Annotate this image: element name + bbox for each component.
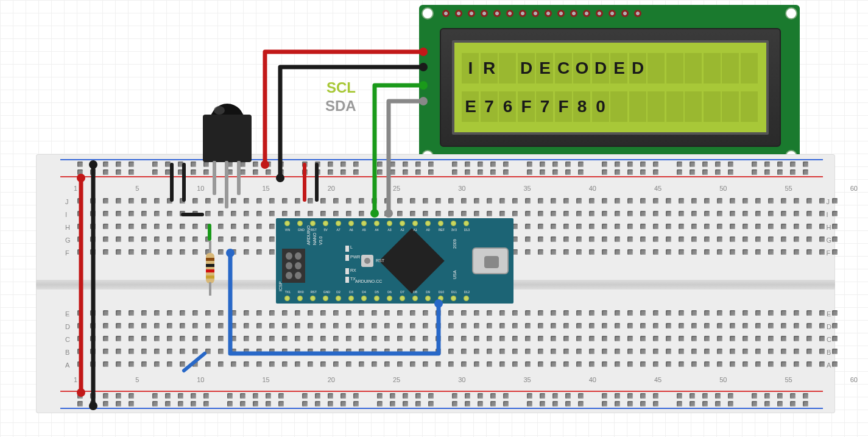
nano-reset-button[interactable] [361, 255, 373, 267]
bb-col-number: 50 [719, 376, 727, 383]
nano-usa: USA [453, 271, 457, 279]
nano-pin-label: D2 [336, 290, 341, 293]
bb-col-number: 1 [74, 185, 77, 192]
nano-model2: V3.0 [319, 236, 323, 245]
bb-col-number: 20 [328, 185, 335, 192]
bb-row-letter: A [65, 361, 70, 369]
lcd-cell: F [518, 91, 535, 122]
nano-pin-label: RX0 [298, 290, 303, 293]
lcd-cell: 8 [573, 91, 590, 122]
bb-col-number: 10 [197, 185, 204, 192]
lcd-cell [704, 91, 721, 122]
nano-pin-label: A6 [349, 228, 354, 231]
bb-col-number: 40 [589, 376, 596, 383]
wire-end [370, 209, 379, 218]
sda-label: SDA [325, 98, 356, 115]
lcd-cell [610, 91, 627, 122]
bb-bot-rail [36, 393, 827, 409]
lcd-cell [722, 53, 739, 83]
bb-col-number: 30 [458, 185, 465, 192]
bb-col-number: 45 [654, 376, 662, 383]
lcd-module: IR DECODED E76F7F80 [419, 5, 800, 165]
bb-col-number: 35 [524, 376, 531, 383]
wire-end [226, 249, 235, 257]
bb-row-letter: F [65, 249, 71, 257]
nano-l-label: L [350, 245, 353, 249]
nano-pin-label: A0 [426, 228, 431, 231]
bb-col-number: 30 [458, 376, 465, 383]
nano-pin-label: D3 [349, 290, 354, 293]
nano-pin-label: GND [298, 228, 303, 231]
bb-row-letter: G [65, 236, 71, 244]
lcd-mount-hole [785, 7, 797, 20]
lcd-cell [647, 91, 665, 122]
lcd-cell: 6 [499, 91, 516, 122]
bb-row-letter: J [65, 198, 71, 205]
resistor [206, 241, 214, 296]
bb-col-number: 35 [524, 185, 531, 192]
lcd-row-2: E76F7F80 [462, 91, 759, 122]
nano-pin-label: A2 [400, 228, 405, 231]
ir-leg [237, 161, 241, 195]
arduino-nano: ARDUINO NANO V3.0 ICSP ARDUINO.CC RST L … [276, 218, 513, 304]
nano-pin-label: A5 [362, 228, 367, 231]
nano-pin-label: D6 [387, 290, 392, 293]
nano-pin-label: REF [439, 228, 443, 231]
nano-pin-label: D11 [451, 290, 456, 293]
lcd-cell [722, 91, 739, 122]
nano-usb-port [472, 247, 509, 274]
lcd-cell [685, 53, 702, 83]
wire-end [384, 209, 393, 218]
nano-pin-label: 5V [323, 228, 328, 231]
bb-col-number: 15 [263, 185, 270, 192]
lcd-cell: R [481, 53, 498, 83]
bb-col-number: 20 [328, 376, 335, 383]
lcd-cell: 0 [592, 91, 609, 122]
lcd-row-1: IR DECODED [462, 53, 759, 83]
bb-col-number: 5 [135, 185, 139, 192]
lcd-cell [741, 53, 758, 83]
resistor-lead [209, 282, 211, 296]
bb-row-letter: E [65, 310, 70, 318]
lcd-cell: E [536, 53, 553, 83]
wire-end [89, 160, 97, 169]
lcd-cell: D [518, 53, 535, 83]
lcd-cell [685, 91, 702, 122]
nano-tx-label: TX [350, 277, 356, 281]
bb-row-letter: H [65, 224, 71, 231]
resistor-body [206, 253, 214, 283]
nano-bot-pin-labels: TX1RX0RSTGNDD2D3D4D5D6D7D8D9D10D11D12 [284, 290, 469, 294]
bb-row-letter: C [65, 336, 70, 343]
nano-pin-label: RST [311, 228, 316, 231]
lcd-cell: D [629, 53, 646, 83]
wire-end [419, 48, 428, 56]
nano-pin-label: VIN [285, 228, 290, 231]
ir-leg [225, 161, 228, 208]
bb-col-number: 15 [263, 376, 270, 383]
nano-pin-label: D13 [464, 228, 469, 231]
lcd-cell [704, 53, 721, 83]
lcd-cell [647, 53, 665, 83]
resistor-lead [209, 241, 211, 254]
bb-col-number: 25 [393, 376, 400, 383]
nano-pin-label: TX1 [285, 290, 290, 293]
bb-col-number: 40 [589, 185, 596, 192]
nano-led-rx [345, 268, 349, 274]
bb-col-number: 50 [719, 185, 727, 192]
nano-icsp-label: ICSP [278, 282, 283, 291]
nano-top-pin-labels: VINGNDRST5VA7A6A5A4A3A2A1A0REF3V3D13 [284, 228, 469, 232]
bb-row-labels: EDCBA [65, 310, 70, 369]
wire-end [261, 160, 269, 169]
nano-pins-top [284, 221, 469, 226]
nano-pin-label: 3V3 [451, 228, 456, 231]
lcd-cell: I [462, 53, 479, 83]
bb-col-number: 10 [197, 376, 204, 383]
ir-body [203, 115, 252, 162]
lcd-cell: 7 [481, 91, 498, 122]
nano-pin-label: D5 [375, 290, 379, 293]
nano-led-tx [345, 277, 349, 283]
nano-rx-label: RX [350, 268, 356, 272]
bb-row-labels: JIHGF [65, 198, 71, 257]
wire-end [419, 63, 428, 71]
nano-led-l [345, 246, 349, 252]
